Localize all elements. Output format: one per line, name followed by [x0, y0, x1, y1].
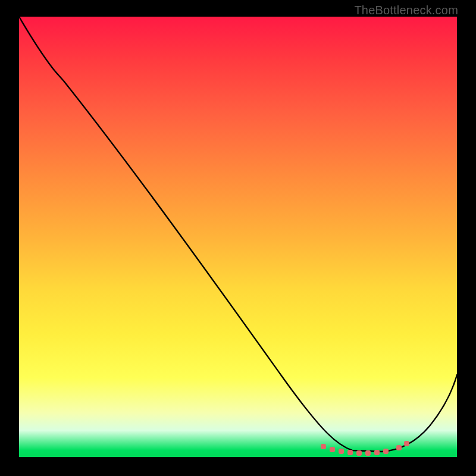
- svg-rect-7: [383, 449, 389, 454]
- svg-rect-3: [347, 450, 353, 455]
- main-curve: [19, 17, 457, 452]
- plot-area: [19, 17, 457, 457]
- chart-svg: [19, 17, 457, 457]
- svg-rect-6: [374, 450, 380, 455]
- svg-rect-5: [365, 450, 371, 456]
- svg-rect-1: [330, 447, 335, 452]
- svg-rect-4: [356, 450, 362, 456]
- watermark-text: TheBottleneck.com: [354, 4, 458, 17]
- svg-rect-0: [321, 444, 326, 449]
- chart-stage: TheBottleneck.com: [0, 0, 476, 476]
- flat-band-markers: [321, 441, 409, 456]
- svg-rect-9: [404, 441, 409, 446]
- svg-rect-2: [339, 449, 344, 454]
- svg-rect-8: [396, 445, 402, 450]
